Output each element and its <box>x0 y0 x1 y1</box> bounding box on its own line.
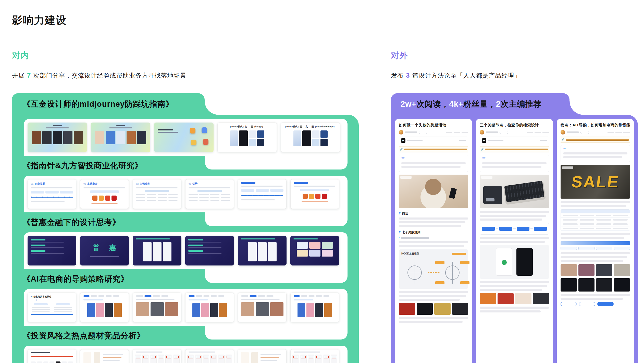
related-link[interactable]: 🔗 <box>480 146 549 152</box>
app-screenshot <box>452 303 468 315</box>
section-heading-text: 七个失败准则 <box>402 230 420 235</box>
paragraph-skeleton <box>480 211 549 213</box>
article-title[interactable]: 三个关键节点，检查你的搜索设计 <box>480 123 549 128</box>
app-screenshot <box>68 361 73 363</box>
app-screenshot <box>31 361 36 363</box>
table-row-skeleton <box>136 200 178 201</box>
text-skeleton <box>189 187 230 188</box>
timeline-dot <box>31 356 32 357</box>
outline-pill[interactable] <box>561 302 577 306</box>
stat-skeleton <box>462 132 468 133</box>
article-card[interactable]: 三个关键节点，检查你的搜索设计▶🔗❞❞ <box>476 119 553 363</box>
tab-row <box>241 295 286 297</box>
internal-section-title: 《互金设计师的midjourney防踩坑指南》 <box>22 99 174 110</box>
audio-player[interactable]: ▶ <box>399 137 468 144</box>
slide-heading-number: 01 <box>31 183 33 185</box>
author-name <box>405 131 417 133</box>
outline-pill[interactable] <box>579 302 595 306</box>
text-skeleton <box>153 295 160 297</box>
platform-logo: ❞❞ <box>482 157 547 160</box>
filled-pill[interactable] <box>597 302 614 306</box>
teal-heading <box>31 250 45 252</box>
section-heading: //前言 <box>399 211 468 216</box>
text-skeleton <box>83 187 125 188</box>
slide-thumbnail <box>238 236 287 265</box>
text-skeleton <box>106 295 112 297</box>
audio-player[interactable]: ▶ <box>480 137 549 144</box>
paragraph-skeleton <box>563 152 627 154</box>
article-card[interactable]: 如何做一个失败的奖励活动▶🔗❞❞//前言//七个失败准则/HOOK上瘾模型 <box>395 119 472 363</box>
teal-heading <box>188 239 203 240</box>
internal-folder-body: prompt模式：文 → 图（image）prompt模式：图 → 文 → 图（… <box>12 115 359 363</box>
printer-shape <box>483 186 502 204</box>
teal-heading <box>293 238 318 239</box>
related-link[interactable]: 🔗 <box>561 137 630 143</box>
follow-badge[interactable] <box>419 131 427 134</box>
article-card[interactable]: 盘点：AI+导购，如何增加电商的带货能力🔗❞❞SALE <box>557 119 634 363</box>
table-col <box>53 303 73 312</box>
diagram-header <box>90 190 119 193</box>
article-author-row <box>480 130 549 135</box>
table-row <box>561 217 630 222</box>
paragraph-skeleton <box>399 217 468 220</box>
slide-thumbnail <box>133 236 181 265</box>
phone-screenshot <box>251 352 258 363</box>
photo-tile <box>322 250 333 257</box>
product-photo <box>533 293 549 304</box>
stat-skeleton <box>527 132 533 133</box>
external-folder: 2w+次阅读，4k+粉丝量，2次主编推荐 如何做一个失败的奖励活动▶🔗❞❞//前… <box>391 93 638 363</box>
slide-thumbnail <box>80 349 129 363</box>
timeline-dot <box>36 197 38 198</box>
text-skeleton <box>168 197 178 198</box>
slide-heading-text: 主营业务 <box>87 182 97 186</box>
play-button[interactable]: ▶ <box>482 138 486 143</box>
image-grid <box>312 130 328 146</box>
phone-screenshot <box>96 303 104 317</box>
related-link[interactable]: 🔗 <box>399 146 468 152</box>
player-time <box>459 140 466 141</box>
summary-box: ❞❞ <box>561 145 630 162</box>
internal-section-tab: 《AI在电商的导购策略研究》 <box>12 269 359 289</box>
text-skeleton <box>189 200 198 201</box>
follow-badge[interactable] <box>500 131 508 134</box>
photo-row <box>133 302 181 316</box>
article-title[interactable]: 如何做一个失败的奖励活动 <box>399 123 468 128</box>
phone-screenshot <box>315 303 323 317</box>
slide-thumbnail <box>185 349 234 363</box>
photo-tile <box>249 139 256 146</box>
app-icon <box>315 194 320 199</box>
search-flow-diagram <box>480 223 549 235</box>
phone-screenshot <box>561 278 577 292</box>
text-skeleton <box>188 242 221 243</box>
slide-heading <box>241 182 286 184</box>
reads-label: 次阅读， <box>416 100 449 108</box>
photo-tile <box>561 264 577 276</box>
slide-caption <box>91 125 150 128</box>
table-cell-skeleton <box>580 228 595 229</box>
journey-step <box>614 247 630 250</box>
play-button[interactable]: ▶ <box>401 138 405 143</box>
follow-badge[interactable] <box>580 131 589 134</box>
phone-screenshot <box>201 303 209 317</box>
highlight-box <box>332 356 336 358</box>
two-col-table <box>31 303 73 312</box>
app-screenshot <box>173 355 180 363</box>
internal-section-tab: 《指南针&九方智投商业化研究》 <box>12 156 359 176</box>
slide-heading: 01企业发展 <box>31 182 76 186</box>
col-header <box>34 303 48 305</box>
slide-heading: 03优势 <box>189 182 234 186</box>
slide-list <box>188 239 234 254</box>
followers-count: 4k+ <box>449 100 463 108</box>
slide-thumbnail <box>290 293 339 322</box>
highlight-box <box>151 356 156 358</box>
flow-step <box>482 227 495 231</box>
slide-thumbnail: 普惠 <box>80 236 129 265</box>
paragraph-skeleton <box>561 256 627 258</box>
text-col <box>261 352 283 363</box>
app-icon <box>99 196 104 201</box>
article-title[interactable]: 盘点：AI+导购，如何增加电商的带货能力 <box>561 123 630 128</box>
sub-heading: / <box>399 237 468 239</box>
journey-steps <box>561 247 630 250</box>
paragraph-skeleton <box>480 219 542 221</box>
heading-skeleton <box>241 182 255 184</box>
